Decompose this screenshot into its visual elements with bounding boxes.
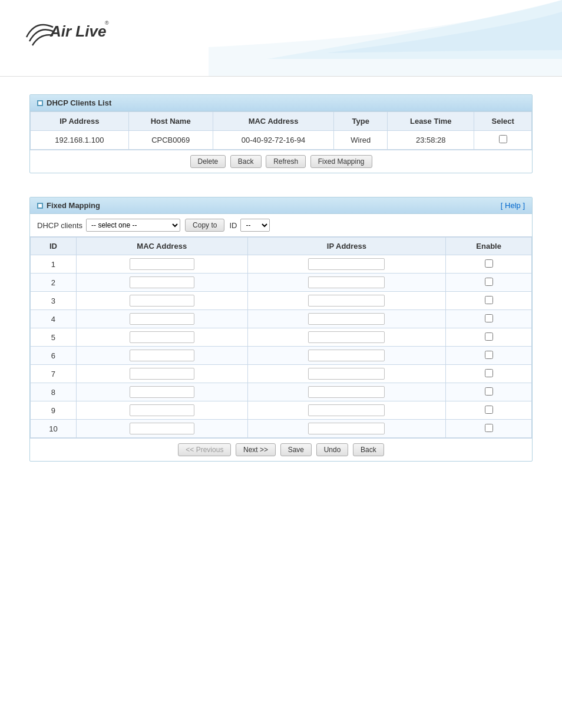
mapping-row-ip-cell (247, 347, 446, 365)
mapping-enable-checkbox[interactable] (485, 332, 493, 341)
mapping-mac-input[interactable] (130, 313, 194, 325)
client-row: 192.168.1.100 CPCB0069 00-40-92-72-16-94… (31, 131, 532, 150)
mapping-enable-checkbox[interactable] (485, 387, 493, 396)
previous-button[interactable]: << Previous (178, 443, 231, 456)
mapping-enable-cell (446, 401, 532, 420)
main-content: DHCP Clients List IP Address Host Name M… (0, 77, 562, 503)
col-ip: IP Address (31, 112, 129, 131)
col-select: Select (474, 112, 532, 131)
save-button[interactable]: Save (280, 443, 312, 456)
fixed-mapping-button[interactable]: Fixed Mapping (310, 155, 372, 168)
svg-text:®: ® (105, 20, 109, 26)
mapping-row-id: 6 (31, 347, 77, 365)
mapping-ip-input[interactable] (308, 276, 385, 288)
mapping-row-ip-cell (247, 255, 446, 274)
mapping-row-mac-cell (76, 274, 247, 292)
mapping-ip-input[interactable] (308, 386, 385, 398)
mapping-enable-cell (446, 255, 532, 274)
copy-to-button[interactable]: Copy to (185, 219, 224, 232)
col-host: Host Name (128, 112, 213, 131)
mapping-table: ID MAC Address IP Address Enable 1 2 (30, 237, 532, 438)
mapping-mac-input[interactable] (130, 404, 194, 416)
col-type: Type (334, 112, 388, 131)
mapping-row-id: 4 (31, 310, 77, 328)
mapping-row-mac-cell (76, 292, 247, 310)
mapping-row-id: 10 (31, 420, 77, 438)
copy-to-row: DHCP clients -- select one -- Copy to ID… (30, 214, 532, 237)
mapping-row: 5 (31, 328, 532, 347)
fixed-mapping-icon (37, 203, 43, 209)
mapping-enable-cell (446, 328, 532, 347)
mapping-mac-input[interactable] (130, 331, 194, 343)
mapping-enable-checkbox[interactable] (485, 406, 493, 414)
mapping-ip-input[interactable] (308, 368, 385, 380)
mapping-enable-checkbox[interactable] (485, 259, 493, 268)
dhcp-clients-copy-label: DHCP clients (37, 221, 82, 230)
fixed-mapping-header-left: Fixed Mapping (37, 201, 100, 210)
next-button[interactable]: Next >> (236, 443, 276, 456)
mapping-row-id: 7 (31, 365, 77, 383)
undo-button[interactable]: Undo (316, 443, 349, 456)
clients-button-row: Delete Back Refresh Fixed Mapping (30, 150, 532, 173)
mapping-row-ip-cell (247, 420, 446, 438)
refresh-button[interactable]: Refresh (266, 155, 306, 168)
mapping-mac-input[interactable] (130, 423, 194, 434)
mapping-row-mac-cell (76, 255, 247, 274)
mapping-ip-input[interactable] (308, 295, 385, 307)
fixed-mapping-panel: Fixed Mapping [ Help ] DHCP clients -- s… (29, 197, 533, 462)
client-select-checkbox[interactable] (499, 135, 507, 143)
mapping-row-mac-cell (76, 365, 247, 383)
clients-table: IP Address Host Name MAC Address Type Le… (30, 111, 532, 150)
mapping-col-id: ID (31, 238, 77, 255)
mapping-enable-cell (446, 383, 532, 401)
client-lease: 23:58:28 (388, 131, 474, 150)
delete-button[interactable]: Delete (190, 155, 226, 168)
mapping-mac-input[interactable] (130, 276, 194, 288)
client-mac: 00-40-92-72-16-94 (213, 131, 334, 150)
col-lease: Lease Time (388, 112, 474, 131)
panel-icon (37, 100, 43, 106)
mapping-mac-input[interactable] (130, 368, 194, 380)
mapping-row-id: 3 (31, 292, 77, 310)
mapping-ip-input[interactable] (308, 423, 385, 434)
mapping-row-mac-cell (76, 420, 247, 438)
dhcp-clients-select[interactable]: -- select one -- (86, 219, 180, 232)
mapping-enable-checkbox[interactable] (485, 296, 493, 304)
mapping-row: 1 (31, 255, 532, 274)
client-ip: 192.168.1.100 (31, 131, 129, 150)
mapping-row-ip-cell (247, 274, 446, 292)
fixed-mapping-header: Fixed Mapping [ Help ] (30, 197, 532, 214)
mapping-ip-input[interactable] (308, 331, 385, 343)
mapping-row: 9 (31, 401, 532, 420)
mapping-row-ip-cell (247, 310, 446, 328)
client-host: CPCB0069 (128, 131, 213, 150)
mapping-ip-input[interactable] (308, 404, 385, 416)
mapping-mac-input[interactable] (130, 258, 194, 270)
mapping-row-mac-cell (76, 401, 247, 420)
mapping-row-mac-cell (76, 328, 247, 347)
back-button-clients[interactable]: Back (230, 155, 262, 168)
svg-text:Air Live: Air Live (49, 22, 106, 40)
mapping-enable-checkbox[interactable] (485, 314, 493, 322)
mapping-mac-input[interactable] (130, 350, 194, 361)
mapping-ip-input[interactable] (308, 350, 385, 361)
mapping-row-id: 5 (31, 328, 77, 347)
id-select[interactable]: -- (240, 219, 270, 232)
mapping-mac-input[interactable] (130, 386, 194, 398)
mapping-ip-input[interactable] (308, 313, 385, 325)
airlive-logo-svg: Air Live ® (18, 12, 112, 47)
mapping-enable-checkbox[interactable] (485, 351, 493, 359)
mapping-mac-input[interactable] (130, 295, 194, 307)
mapping-enable-checkbox[interactable] (485, 424, 493, 432)
mapping-row-mac-cell (76, 310, 247, 328)
mapping-enable-checkbox[interactable] (485, 278, 493, 286)
mapping-row-ip-cell (247, 292, 446, 310)
mapping-row-mac-cell (76, 383, 247, 401)
mapping-row: 8 (31, 383, 532, 401)
mapping-ip-input[interactable] (308, 258, 385, 270)
help-link[interactable]: [ Help ] (501, 201, 525, 210)
mapping-row: 4 (31, 310, 532, 328)
back-button-mapping[interactable]: Back (353, 443, 384, 456)
mapping-row-ip-cell (247, 401, 446, 420)
mapping-enable-checkbox[interactable] (485, 369, 493, 377)
